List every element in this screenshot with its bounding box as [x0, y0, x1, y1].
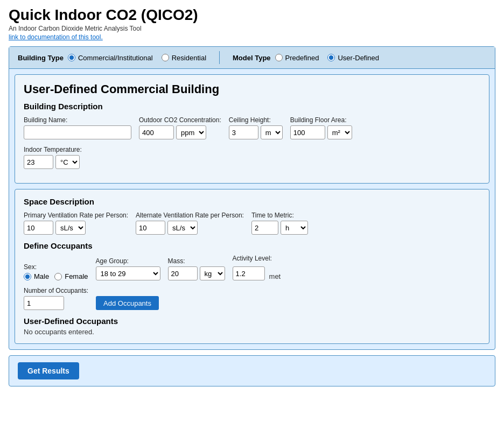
- floor-area-label: Building Floor Area:: [290, 116, 352, 124]
- sex-label: Sex:: [24, 263, 88, 271]
- main-card: Building Type Commercial/Institutional R…: [9, 46, 495, 350]
- indoor-temp-inputs: °C °F: [24, 155, 82, 169]
- num-occupants-label: Number of Occupants:: [24, 287, 88, 294]
- activity-level-label: Activity Level:: [233, 255, 281, 262]
- app-subtitle: An Indoor Carbon Dioxide Metric Analysis…: [9, 25, 495, 32]
- alternate-vent-group: Alternate Ventilation Rate per Person: s…: [136, 212, 244, 235]
- get-results-button[interactable]: Get Results: [18, 362, 79, 379]
- user-defined-occupants-title: User-Defined Occupants: [24, 316, 480, 326]
- outdoor-co2-label: Outdoor CO2 Concentration:: [139, 116, 221, 124]
- mass-input[interactable]: [168, 266, 198, 280]
- activity-level-unit: met: [269, 264, 281, 280]
- app-title: Quick Indoor CO2 (QICO2): [9, 6, 495, 24]
- ceiling-height-input[interactable]: [229, 125, 258, 139]
- mass-group: Mass: kg lbs: [168, 257, 225, 280]
- building-description-title: Building Description: [24, 102, 480, 111]
- primary-vent-input[interactable]: [24, 221, 53, 235]
- radio-commercial-label: Commercial/Institutional: [78, 54, 153, 62]
- radio-female-label: Female: [65, 272, 88, 280]
- building-description-card: User-Defined Commercial Building Buildin…: [15, 74, 489, 184]
- alternate-vent-inputs: sL/s cfm m³/h: [136, 221, 244, 235]
- alternate-vent-unit-select[interactable]: sL/s cfm m³/h: [167, 221, 198, 235]
- primary-vent-unit-select[interactable]: sL/s cfm m³/h: [55, 221, 86, 235]
- radio-male[interactable]: Male: [24, 272, 49, 280]
- indoor-temp-input[interactable]: [24, 155, 53, 169]
- radio-user-defined[interactable]: User-Defined: [327, 54, 379, 62]
- primary-vent-group: Primary Ventilation Rate per Person: sL/…: [24, 212, 128, 235]
- add-occupants-btn-group: Add Occupants: [96, 296, 159, 310]
- building-desc-row2: Indoor Temperature: °C °F: [24, 146, 480, 169]
- model-type-label: Model Type: [233, 54, 271, 62]
- sex-radio-group: Male Female: [24, 272, 88, 280]
- type-bar-divider: [219, 51, 220, 64]
- floor-area-group: Building Floor Area: m² ft²: [290, 116, 352, 139]
- occupants-row1: Sex: Male Female Age Group: 18 to 29: [24, 255, 480, 280]
- ceiling-height-unit-select[interactable]: m ft: [261, 125, 283, 139]
- space-description-title: Space Description: [24, 197, 480, 206]
- radio-residential[interactable]: Residential: [162, 54, 206, 62]
- outdoor-co2-input[interactable]: [139, 125, 174, 139]
- radio-male-input[interactable]: [24, 273, 31, 280]
- activity-level-inputs: met: [233, 264, 281, 280]
- radio-commercial[interactable]: Commercial/Institutional: [68, 54, 153, 62]
- time-to-metric-label: Time to Metric:: [251, 212, 308, 219]
- outdoor-co2-unit-select[interactable]: ppm ppb: [176, 125, 206, 139]
- floor-area-unit-select[interactable]: m² ft²: [327, 125, 352, 139]
- age-group-group: Age Group: 18 to 29 30 to 39 40 to 49 50…: [96, 257, 160, 280]
- radio-residential-label: Residential: [172, 54, 206, 62]
- radio-user-defined-label: User-Defined: [338, 54, 379, 62]
- radio-female[interactable]: Female: [54, 272, 88, 280]
- ceiling-height-group: Ceiling Height: m ft: [229, 116, 283, 139]
- floor-area-input[interactable]: [290, 125, 325, 139]
- space-description-card: Space Description Primary Ventilation Ra…: [15, 189, 489, 344]
- doc-link[interactable]: link to documentation of this tool.: [9, 33, 495, 41]
- age-group-select[interactable]: 18 to 29 30 to 39 40 to 49 50 to 59 60 t…: [96, 266, 160, 280]
- building-desc-row1: Building Name: Outdoor CO2 Concentration…: [24, 116, 480, 139]
- define-occupants-title: Define Occupants: [24, 241, 480, 250]
- radio-residential-input[interactable]: [162, 54, 169, 61]
- building-name-group: Building Name:: [24, 116, 131, 139]
- ceiling-height-label: Ceiling Height:: [229, 116, 283, 124]
- building-name-label: Building Name:: [24, 116, 131, 124]
- occupants-row2: Number of Occupants: Add Occupants: [24, 287, 480, 310]
- time-to-metric-group: Time to Metric: h min: [251, 212, 308, 235]
- radio-female-input[interactable]: [54, 273, 62, 280]
- activity-level-group: Activity Level: met: [233, 255, 281, 280]
- time-to-metric-input[interactable]: [251, 221, 278, 235]
- mass-inputs: kg lbs: [168, 266, 225, 280]
- add-occupants-button[interactable]: Add Occupants: [96, 296, 159, 310]
- building-type-radio-group: Commercial/Institutional Residential: [68, 54, 206, 62]
- building-name-input[interactable]: [24, 125, 131, 139]
- age-group-label: Age Group:: [96, 257, 160, 265]
- mass-unit-select[interactable]: kg lbs: [200, 266, 225, 280]
- main-section-title: User-Defined Commercial Building: [24, 82, 480, 96]
- activity-level-input[interactable]: [233, 266, 265, 280]
- radio-user-defined-input[interactable]: [327, 54, 335, 61]
- type-bar: Building Type Commercial/Institutional R…: [9, 47, 495, 69]
- time-to-metric-unit-select[interactable]: h min: [281, 221, 308, 235]
- outdoor-co2-group: Outdoor CO2 Concentration: ppm ppb: [139, 116, 221, 139]
- time-to-metric-inputs: h min: [251, 221, 308, 235]
- radio-commercial-input[interactable]: [68, 54, 75, 61]
- model-type-radio-group: Predefined User-Defined: [275, 54, 379, 62]
- primary-vent-inputs: sL/s cfm m³/h: [24, 221, 128, 235]
- radio-male-label: Male: [34, 272, 49, 280]
- radio-predefined-label: Predefined: [285, 54, 319, 62]
- alternate-vent-label: Alternate Ventilation Rate per Person:: [136, 212, 244, 219]
- indoor-temp-label: Indoor Temperature:: [24, 146, 82, 153]
- mass-label: Mass:: [168, 257, 225, 265]
- indoor-temp-unit-select[interactable]: °C °F: [55, 155, 80, 169]
- alternate-vent-input[interactable]: [136, 221, 165, 235]
- radio-predefined-input[interactable]: [275, 54, 283, 61]
- get-results-bar: Get Results: [9, 355, 495, 386]
- num-occupants-input[interactable]: [24, 296, 64, 310]
- primary-vent-label: Primary Ventilation Rate per Person:: [24, 212, 128, 219]
- space-row1: Primary Ventilation Rate per Person: sL/…: [24, 212, 480, 235]
- floor-area-inputs: m² ft²: [290, 125, 352, 139]
- num-occupants-group: Number of Occupants:: [24, 287, 88, 310]
- no-occupants-text: No occupants entered.: [24, 328, 480, 336]
- radio-predefined[interactable]: Predefined: [275, 54, 319, 62]
- outdoor-co2-inputs: ppm ppb: [139, 125, 221, 139]
- ceiling-height-inputs: m ft: [229, 125, 283, 139]
- building-type-label: Building Type: [18, 54, 64, 62]
